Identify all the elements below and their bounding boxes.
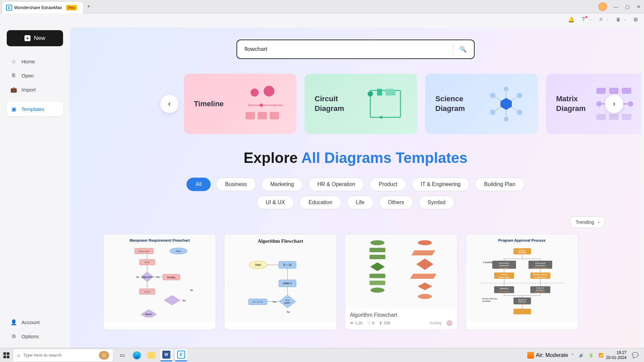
new-button[interactable]: + New (7, 30, 63, 46)
taskbar-clock[interactable]: 19:27 20-01-2024 (606, 350, 627, 360)
windows-taskbar: ⌕ ▭ W E Air: Moderate ⌃ 🔊 🔋 📶 19:27 20-0… (0, 348, 644, 362)
svg-point-0 (251, 88, 259, 97)
svg-text:Is x: Is x (286, 299, 289, 301)
circuit-illustration-icon (364, 84, 407, 124)
svg-point-24 (504, 117, 508, 121)
thumb-title: Algorithm Flowchart (258, 238, 303, 244)
taskbar-edge-icon[interactable] (131, 349, 143, 361)
svg-marker-18 (500, 98, 512, 110)
apps-icon[interactable]: ⌗ (598, 16, 604, 22)
task-view-icon[interactable]: ▭ (116, 349, 128, 361)
svg-rect-78 (370, 255, 385, 259)
svg-rect-7 (258, 112, 267, 119)
template-card[interactable]: Algorithm Flowchart 👁 1.2k ♡ 8 ⬇ 208 Ash… (345, 234, 458, 330)
taskbar-notifications-icon[interactable]: 💬 (629, 349, 641, 361)
filter-chip-marketing[interactable]: Marketing (261, 178, 303, 191)
taskbar-search-input[interactable] (23, 353, 96, 358)
svg-text:Meeting: Meeting (518, 251, 526, 254)
science-illustration-icon (484, 84, 528, 124)
settings-icon[interactable]: ⚙ (633, 16, 639, 22)
file-icon: 🗎 (11, 72, 17, 78)
app-tab[interactable]: E Wondershare EdrawMax Pro (3, 2, 83, 13)
svg-text:No: No (136, 276, 139, 278)
search-input[interactable] (245, 46, 447, 53)
tray-chevron-icon[interactable]: ⌃ (571, 353, 574, 358)
filter-chip-hr-operation[interactable]: HR & Operation (308, 178, 364, 191)
author-avatar (446, 320, 452, 326)
filter-chip-product[interactable]: Product (370, 178, 406, 191)
svg-point-22 (517, 110, 522, 115)
category-card-matrix[interactable]: Matrix Diagram (546, 74, 641, 134)
tray-volume-icon[interactable]: 🔊 (579, 353, 584, 358)
new-tab-button[interactable]: + (87, 3, 91, 10)
category-card-title: Timeline (194, 99, 224, 109)
taskbar-explorer-icon[interactable] (146, 349, 158, 361)
taskbar-weather[interactable]: Air: Moderate (527, 352, 568, 359)
filter-chip-all[interactable]: All (186, 178, 211, 191)
window-maximize-button[interactable]: ▢ (625, 4, 630, 9)
filter-row-2: UI & UX Education Life Others Symbol (70, 196, 641, 209)
svg-text:preparation: preparation (499, 264, 509, 266)
svg-marker-79 (370, 262, 385, 271)
tray-wifi-icon[interactable]: 📶 (598, 353, 603, 358)
start-button[interactable] (3, 352, 10, 359)
search-icon[interactable]: 🔍 (460, 46, 467, 53)
bell-icon[interactable]: 🔔 (568, 16, 574, 22)
sidebar-item-import[interactable]: 💼 Import (7, 82, 63, 97)
system-tray[interactable]: ⌃ 🔊 🔋 📶 (571, 353, 603, 358)
svg-marker-85 (416, 258, 433, 270)
sidebar-item-templates[interactable]: ▣ Templates (7, 102, 63, 116)
svg-text:Board of: Board of (519, 299, 526, 301)
tray-battery-icon[interactable]: 🔋 (589, 353, 594, 358)
plus-icon: + (24, 35, 31, 41)
sidebar: + New ⌂ Home 🗎 Open 💼 Import ▣ Templates… (0, 25, 70, 348)
filter-chip-education[interactable]: Education (300, 196, 341, 209)
downloads-icon: ⬇ 208 (379, 321, 390, 325)
svg-rect-31 (596, 114, 606, 120)
template-card[interactable]: Manpower Requirement Flowchart Data Inpu… (103, 234, 216, 330)
category-card-timeline[interactable]: Timeline (184, 74, 297, 134)
template-thumbnail: Program Approval Process ReviewMeeting X… (466, 234, 578, 321)
svg-text:Data Input: Data Input (138, 250, 150, 253)
template-card[interactable]: Program Approval Process ReviewMeeting X… (466, 234, 578, 330)
sidebar-item-open[interactable]: 🗎 Open (7, 68, 63, 82)
taskbar-word-icon[interactable]: W (160, 349, 172, 361)
filter-chip-ui-ux[interactable]: UI & UX (257, 196, 294, 209)
sort-select[interactable]: Trending (571, 217, 604, 228)
window-close-button[interactable]: ✕ (636, 4, 641, 9)
carousel-prev-button[interactable]: ‹ (160, 95, 178, 113)
svg-rect-121 (514, 309, 531, 314)
carousel-next-button[interactable]: › (605, 95, 623, 113)
filter-chip-business[interactable]: Business (216, 178, 256, 191)
svg-text:Approved?: Approved? (142, 276, 153, 279)
user-avatar[interactable] (598, 2, 607, 11)
weather-icon (527, 352, 534, 359)
svg-rect-138 (7, 356, 9, 358)
template-card[interactable]: Algorithm Flowchart Start S = 15 enter x… (224, 234, 337, 330)
help-icon[interactable]: ? (580, 16, 586, 22)
filter-chip-others[interactable]: Others (379, 196, 413, 209)
category-card-science[interactable]: Science Diagram (425, 74, 538, 134)
taskbar-edrawmax-icon[interactable]: E (175, 349, 187, 361)
search-graphic-icon (99, 351, 109, 360)
svg-point-4 (260, 104, 263, 107)
search-box[interactable]: 🔍 (236, 40, 475, 59)
svg-text:Yes: Yes (272, 300, 277, 303)
sidebar-item-account[interactable]: 👤 Account (7, 315, 63, 329)
explore-headline: Explore All Diagrams Templates (70, 149, 641, 166)
filter-chip-life[interactable]: Life (347, 196, 374, 209)
person-icon: 👤 (11, 319, 17, 325)
svg-text:(if necessary): (if necessary) (535, 276, 546, 278)
gear-icon: ⚙ (11, 333, 17, 339)
window-minimize-button[interactable]: — (613, 4, 619, 9)
category-card-circuit[interactable]: Circuit Diagram (305, 74, 417, 134)
filter-chip-symbol[interactable]: Symbol (419, 196, 454, 209)
taskbar-search[interactable]: ⌕ (13, 349, 113, 362)
sort-selected-label: Trending (576, 220, 594, 225)
filter-chip-it-engineering[interactable]: IT & Engineering (412, 178, 470, 191)
crown-icon[interactable]: ♛ (615, 16, 621, 22)
sidebar-item-home[interactable]: ⌂ Home (7, 54, 63, 68)
template-grid: Manpower Requirement Flowchart Data Inpu… (70, 234, 641, 330)
sidebar-item-options[interactable]: ⚙ Options (7, 329, 63, 343)
filter-chip-building-plan[interactable]: Building Plan (475, 178, 524, 191)
